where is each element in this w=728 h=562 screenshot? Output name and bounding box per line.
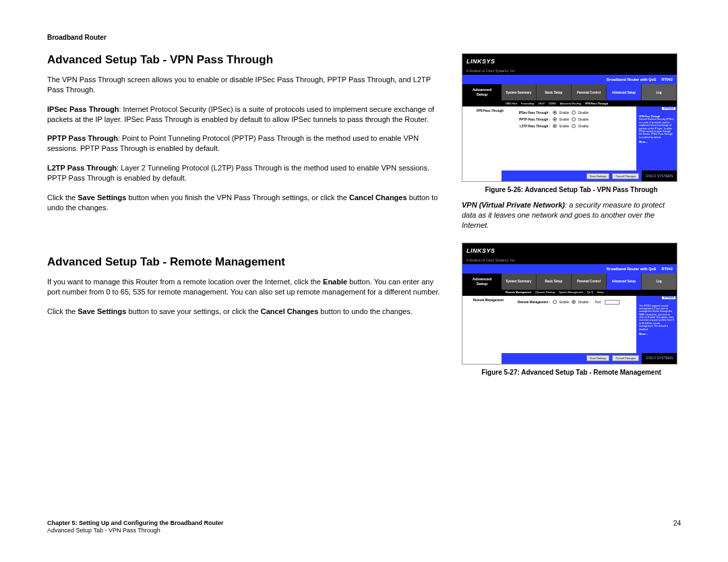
save-note-vpn: Click the Save Settings button when you … — [47, 193, 443, 213]
router-product-bar: Broadband Router with QoS RT042 — [462, 75, 677, 84]
tab-system-summary-2[interactable]: System Summary — [502, 274, 537, 290]
tab-log[interactable]: Log — [642, 84, 677, 100]
router-nav: Advanced Setup System Summary Basic Setu… — [462, 84, 677, 100]
vpn-term: VPN (Virtual Private Network) — [462, 201, 565, 209]
section-title-vpn: Advanced Setup Tab - VPN Pass Through — [47, 53, 443, 67]
ipsec-label: IPSec Pass Through — [47, 105, 119, 113]
figure-5-27-image: LINKSYS A Division of Cisco Systems, Inc… — [462, 243, 677, 365]
section-title-remote: Advanced Setup Tab - Remote Management — [47, 255, 443, 269]
figure-5-27-caption: Figure 5-27: Advanced Setup Tab - Remote… — [462, 369, 681, 376]
sitemap-link[interactable]: SITEMAP — [662, 107, 675, 110]
subnav-dmz[interactable]: DMZ Host — [506, 102, 517, 105]
tab-basic-setup[interactable]: Basic Setup — [537, 84, 572, 100]
page-footer: Chapter 5: Setting Up and Configuring th… — [47, 520, 681, 535]
columns: Advanced Setup Tab - VPN Pass Through Th… — [47, 53, 681, 383]
sitemap-link-2[interactable]: SITEMAP — [662, 296, 675, 299]
subnav-forwarding[interactable]: Forwarding — [521, 102, 534, 105]
router-nav-2: Advanced Setup System Summary Basic Setu… — [462, 274, 677, 290]
l2tp-paragraph: L2TP Pass Through: Layer 2 Tunneling Pro… — [47, 163, 443, 183]
remote-port-input[interactable] — [605, 300, 619, 305]
vpn-intro-paragraph: The VPN Pass Through screen allows you t… — [47, 75, 443, 95]
main-text-column: Advanced Setup Tab - VPN Pass Through Th… — [47, 53, 443, 383]
tab-basic-setup-2[interactable]: Basic Setup — [537, 274, 572, 290]
pptp-disable-radio[interactable] — [572, 117, 576, 121]
tab-advanced-setup-2[interactable]: Advanced Setup — [607, 274, 642, 290]
router-nav-section: Advanced Setup — [462, 84, 502, 100]
pptp-label: PPTP Pass Through — [47, 134, 118, 142]
router-form: IPSec Pass Through : Enable Disable PPTP… — [506, 106, 636, 170]
router-side-label-2: Remote Management — [462, 296, 506, 353]
tab-system-summary[interactable]: System Summary — [502, 84, 537, 100]
tab-parental-control-2[interactable]: Parental Control — [572, 274, 607, 290]
figure-5-26-caption: Figure 5-26: Advanced Setup Tab - VPN Pa… — [462, 186, 681, 193]
router-footer: Save Settings Cancel Changes CISCO SYSTE… — [462, 170, 677, 181]
footer-section: Advanced Setup Tab - VPN Pass Through — [47, 527, 160, 534]
subnav-setup[interactable]: Setup — [597, 291, 604, 294]
figure-5-26-image: LINKSYS A Division of Cisco Systems, Inc… — [462, 53, 677, 182]
ipsec-disable-radio[interactable] — [572, 111, 576, 115]
cancel-changes-term: Cancel Changes — [349, 193, 407, 201]
page-number: 24 — [673, 520, 681, 535]
router-subnav-2: Remote Management Dynamic Routing System… — [462, 290, 677, 296]
router-help-panel: SITEMAP VPN Pass Through Internet Protoc… — [636, 106, 677, 170]
enable-term: Enable — [323, 278, 347, 286]
router-side-label: VPN Pass Through — [462, 106, 506, 170]
router-product-bar-2: Broadband Router with QoS RT042 — [462, 264, 677, 274]
router-footer-2: Save Settings Cancel Changes CISCO SYSTE… — [462, 353, 677, 364]
cancel-changes-term-2: Cancel Changes — [261, 307, 319, 315]
document-page: Broadband Router Advanced Setup Tab - VP… — [0, 0, 728, 562]
subnav-remote-mgmt[interactable]: Remote Management — [506, 291, 531, 294]
subnav-ddns[interactable]: DDNS — [549, 102, 556, 105]
tab-parental-control[interactable]: Parental Control — [572, 84, 607, 100]
subnav-qos[interactable]: Qo S — [587, 291, 593, 294]
subnav-vpn[interactable]: VPN Pass Through — [585, 102, 608, 105]
vpn-definition: VPN (Virtual Private Network): a securit… — [462, 200, 681, 230]
l2tp-enable-radio[interactable] — [553, 124, 557, 128]
ipsec-paragraph: IPSec Pass Through: Internet Protocol Se… — [47, 104, 443, 125]
tab-log-2[interactable]: Log — [642, 274, 677, 290]
cisco-logo-2: CISCO SYSTEMS — [642, 353, 677, 364]
router-product: Broadband Router with QoS — [607, 77, 657, 82]
subnav-dyn-routing[interactable]: Dynamic Routing — [535, 291, 555, 294]
subnav-adv-routing[interactable]: Advanced Routing — [560, 102, 581, 105]
router-help-panel-2: SITEMAP The RT042 supports remote manage… — [636, 296, 677, 353]
cancel-changes-button[interactable]: Cancel Changes — [612, 173, 639, 179]
ipsec-enable-radio[interactable] — [553, 111, 557, 115]
subnav-sys-mgmt[interactable]: System Management — [559, 291, 583, 294]
save-settings-term: Save Settings — [78, 193, 126, 201]
router-tabs: System Summary Basic Setup Parental Cont… — [502, 84, 677, 100]
save-settings-button[interactable]: Save Settings — [586, 173, 610, 179]
remote-mgmt-row: Remote Management : Enable Disable Port: — [511, 300, 631, 305]
l2tp-row: L2TP Pass Through : Enable Disable — [511, 124, 631, 128]
router-body: VPN Pass Through IPSec Pass Through : En… — [462, 106, 677, 170]
pptp-row: PPTP Pass Through : Enable Disable — [511, 117, 631, 121]
save-settings-term-2: Save Settings — [78, 307, 126, 315]
cisco-logo: CISCO SYSTEMS — [642, 170, 677, 181]
running-header: Broadband Router — [47, 34, 681, 41]
router-brand-sub: A Division of Cisco Systems, Inc. — [462, 69, 677, 75]
remote-disable-radio[interactable] — [572, 300, 576, 304]
footer-left: Chapter 5: Setting Up and Configuring th… — [47, 520, 224, 535]
save-note-remote: Click the Save Settings button to save y… — [47, 307, 443, 317]
remote-intro-paragraph: If you want to manage this Router from a… — [47, 277, 443, 297]
more-link-2[interactable]: More... — [639, 332, 674, 336]
l2tp-disable-radio[interactable] — [572, 124, 576, 128]
remote-enable-radio[interactable] — [553, 300, 557, 304]
router-model: RT042 — [661, 77, 673, 82]
router-brand-sub-2: A Division of Cisco Systems, Inc. — [462, 258, 677, 264]
figures-column: LINKSYS A Division of Cisco Systems, Inc… — [462, 53, 681, 383]
pptp-paragraph: PPTP Pass Through: Point to Point Tunnel… — [47, 133, 443, 154]
router-form-2: Remote Management : Enable Disable Port: — [506, 296, 636, 353]
pptp-enable-radio[interactable] — [553, 117, 557, 121]
cancel-changes-button-2[interactable]: Cancel Changes — [612, 355, 639, 361]
tab-advanced-setup[interactable]: Advanced Setup — [607, 84, 642, 100]
spacer — [47, 222, 443, 255]
more-link[interactable]: More... — [639, 140, 674, 144]
subnav-upnp[interactable]: UPnP — [538, 102, 545, 105]
save-settings-button-2[interactable]: Save Settings — [586, 355, 610, 361]
router-body-2: Remote Management Remote Management : En… — [462, 296, 677, 353]
footer-chapter: Chapter 5: Setting Up and Configuring th… — [47, 520, 224, 526]
router-brand-2: LINKSYS — [462, 243, 677, 258]
router-brand: LINKSYS — [462, 54, 677, 69]
l2tp-label: L2TP Pass Through — [47, 164, 117, 172]
